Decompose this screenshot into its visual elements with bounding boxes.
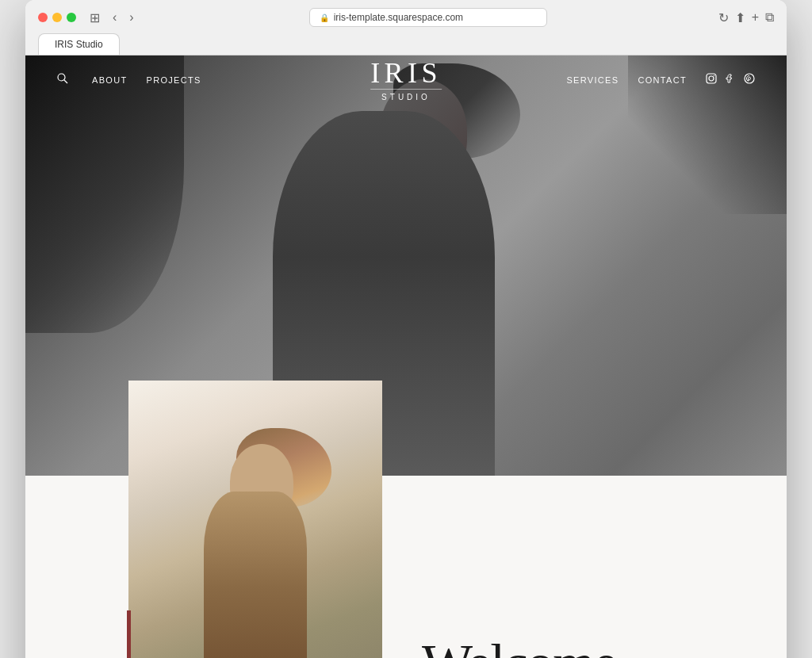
red-accent-bar <box>127 610 131 658</box>
traffic-lights <box>38 13 76 22</box>
instagram-icon[interactable] <box>706 73 717 86</box>
lower-section: Welcome <box>25 476 787 658</box>
welcome-area: Welcome <box>382 476 787 658</box>
portrait-body <box>204 492 307 658</box>
svg-point-4 <box>714 75 714 76</box>
nav-right: SERVICES CONTACT <box>566 73 755 86</box>
social-icons <box>706 73 755 86</box>
svg-point-5 <box>745 74 754 83</box>
address-bar-container: 🔒 iris-template.squarespace.com <box>147 8 709 27</box>
tab-label: IRIS Studio <box>55 39 103 50</box>
portrait-card <box>128 381 382 658</box>
nav-links-left: ABOUT PROJECTS <box>92 75 201 85</box>
portrait-person <box>176 428 335 658</box>
browser-window: ⊞ ‹ › 🔒 iris-template.squarespace.com ↻ … <box>25 0 787 658</box>
maximize-button[interactable] <box>67 13 76 22</box>
browser-controls: ⊞ ‹ › <box>86 9 138 27</box>
welcome-heading: Welcome <box>422 636 617 658</box>
logo-title: IRIS <box>370 59 442 87</box>
nav-services[interactable]: SERVICES <box>566 75 619 85</box>
browser-tabs: IRIS Studio <box>38 33 774 55</box>
share-icon[interactable]: ⬆ <box>735 10 745 25</box>
portrait-image <box>128 381 382 658</box>
svg-line-1 <box>64 80 67 83</box>
browser-chrome: ⊞ ‹ › 🔒 iris-template.squarespace.com ↻ … <box>25 0 787 55</box>
website-content: ABOUT PROJECTS IRIS STUDIO SERVICES CONT… <box>25 55 787 658</box>
nav-contact[interactable]: CONTACT <box>638 75 687 85</box>
refresh-icon[interactable]: ↻ <box>718 10 729 25</box>
main-nav: ABOUT PROJECTS IRIS STUDIO SERVICES CONT… <box>25 55 787 104</box>
close-button[interactable] <box>38 13 48 22</box>
logo-subtitle: STUDIO <box>370 89 442 101</box>
lock-icon: 🔒 <box>320 13 329 22</box>
nav-about[interactable]: ABOUT <box>92 75 128 85</box>
nav-projects[interactable]: PROJECTS <box>147 75 201 85</box>
url-text: iris-template.squarespace.com <box>334 12 463 23</box>
svg-point-3 <box>709 76 714 81</box>
svg-rect-2 <box>707 74 716 83</box>
forward-button[interactable]: › <box>125 9 137 26</box>
tabs-icon[interactable]: ⧉ <box>765 10 774 25</box>
site-logo[interactable]: IRIS STUDIO <box>370 59 442 101</box>
svg-point-0 <box>58 74 65 81</box>
new-tab-icon[interactable]: + <box>752 10 759 25</box>
browser-actions: ↻ ⬆ + ⧉ <box>718 10 774 25</box>
nav-left: ABOUT PROJECTS <box>57 73 201 86</box>
nav-links-right: SERVICES CONTACT <box>566 75 687 85</box>
browser-titlebar: ⊞ ‹ › 🔒 iris-template.squarespace.com ↻ … <box>38 8 774 27</box>
tab-grid-icon[interactable]: ⊞ <box>86 9 104 27</box>
back-button[interactable]: ‹ <box>109 9 121 26</box>
address-bar[interactable]: 🔒 iris-template.squarespace.com <box>309 8 547 27</box>
search-icon[interactable] <box>57 73 68 86</box>
active-tab[interactable]: IRIS Studio <box>38 33 120 55</box>
pinterest-icon[interactable] <box>744 73 755 86</box>
facebook-icon[interactable] <box>725 73 736 86</box>
minimize-button[interactable] <box>52 13 62 22</box>
